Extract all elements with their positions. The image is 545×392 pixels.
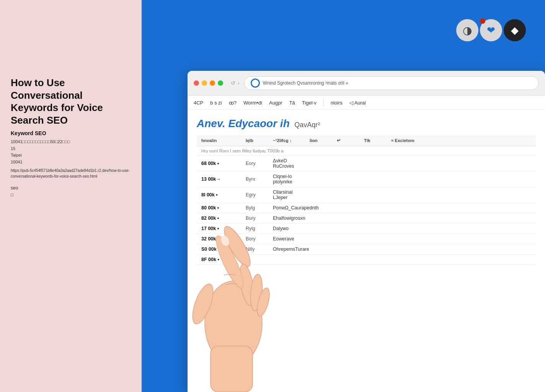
th-5[interactable]: Tlk <box>364 138 385 143</box>
toolbar-item-8[interactable]: ◁ Aural <box>349 100 366 106</box>
sidebar: How to Use Conversational Keywords for V… <box>0 0 142 392</box>
minimize-button-2[interactable] <box>210 80 215 86</box>
page-subtitle: QavAqr² <box>294 121 320 129</box>
main-content: ◑ ❤ ◆ ↺ › Wnind Sgrotech Qvsamroning ³ma… <box>142 0 545 392</box>
back-icon[interactable]: ↺ <box>231 80 235 86</box>
toolbar-item-4[interactable]: Augpr <box>269 100 282 106</box>
toolbar-item-7[interactable]: nloirs <box>331 100 343 106</box>
deco-dot <box>480 18 485 24</box>
maximize-button[interactable] <box>218 80 223 86</box>
meta-line1: 10041□□□□□□□□□□□50□22□□□ <box>11 139 70 144</box>
table-header-row: hnvalin lęïb ~¹2lifcg ↓ lion ↵ Tlk ≈ Exc… <box>197 135 536 146</box>
page-title: Anev. Edycaoor ih <box>197 118 290 129</box>
name-2: Egry <box>246 192 267 198</box>
page-title-area: Anev. Edycaoor ih QavAqr² <box>197 118 536 130</box>
browser-chrome: ↺ › Wnind Sgrotech Qvsamroning ³mats αít… <box>188 71 545 96</box>
toolbar-item-0[interactable]: 4CP <box>194 100 203 106</box>
th-1[interactable]: lęïb <box>246 138 267 143</box>
nav-arrows[interactable]: ↺ › <box>231 80 240 86</box>
th-0[interactable]: hnvalin <box>201 138 240 143</box>
hand-illustration <box>176 201 291 392</box>
traffic-lights <box>194 80 223 86</box>
sidebar-meta: 10041□□□□□□□□□□□50□22□□□ 15 Taipei 10041 <box>11 139 131 165</box>
meta-line2: 15 <box>11 146 15 151</box>
name-1: Byrx <box>246 176 267 182</box>
keyword-0[interactable]: ΔvkeD RuCroves <box>273 158 304 169</box>
volume-1: 13 00k→ <box>201 176 240 182</box>
minimize-button[interactable] <box>202 80 207 86</box>
toolbar-item-1[interactable]: b s zi <box>210 100 222 106</box>
keyword-label: Keyword SEO <box>11 130 131 136</box>
table-row: 13 00k→ Byrx Clqnei-lo ptolynrke <box>197 172 536 187</box>
volume-0: 68 00k • <box>201 161 240 166</box>
toolbar-separator <box>323 99 324 106</box>
table-subheader: Hry ounI Roro I sem IMey iludya₁ T003b a <box>197 146 536 156</box>
subheader-text: Hry ounI Roro I sem IMey iludya₁ T003b a <box>201 148 283 154</box>
seo-tag[interactable]: seo <box>11 185 131 191</box>
th-3: lion <box>310 138 331 143</box>
toolbar-item-6[interactable]: Tigel·v <box>302 100 317 106</box>
volume-2: 8I 00k • <box>201 192 240 198</box>
toolbar-item-5[interactable]: Tā <box>289 100 295 106</box>
th-4[interactable]: ↵ <box>337 138 358 143</box>
article-title: How to Use Conversational Keywords for V… <box>11 77 131 126</box>
forward-icon[interactable]: › <box>238 80 240 86</box>
th-2[interactable]: ~¹2lifcg ↓ <box>273 138 304 143</box>
seo-icon: □ <box>11 192 131 198</box>
article-url[interactable]: https://pub-5c454f571b8e40a3a2aad27ade84… <box>11 168 131 179</box>
toolbar-item-3[interactable]: Worm•di <box>243 100 262 106</box>
address-bar[interactable]: Wnind Sgrotech Qvsamroning ³mats αítl » <box>244 76 539 90</box>
toolbar-item-2[interactable]: ꝏ? <box>229 100 237 106</box>
meta-line4: 10041 <box>11 160 23 164</box>
address-text: Wnind Sgrotech Qvsamroning ³mats αítl » <box>263 80 348 86</box>
keyword-1[interactable]: Clqnei-lo ptolynrke <box>273 174 304 185</box>
keyword-2[interactable]: Cllarsinal LJeper <box>273 189 304 200</box>
site-icon <box>251 78 260 88</box>
table-row: 68 00k • Eory ΔvkeD RuCroves <box>197 156 536 172</box>
meta-line3: Taipei <box>11 153 22 157</box>
browser-toolbar: 4CP b s zi ꝏ? Worm•di Augpr Tā Tigel·v n… <box>188 96 545 110</box>
th-6[interactable]: ≈ Excietonι <box>391 138 531 143</box>
deco-icons-area: ◑ ❤ ◆ <box>456 19 526 41</box>
name-0: Eory <box>246 161 267 166</box>
deco-icon-3: ◆ <box>504 19 526 41</box>
svg-rect-6 <box>210 346 253 392</box>
deco-icon-1: ◑ <box>456 19 478 41</box>
close-button[interactable] <box>194 80 199 86</box>
